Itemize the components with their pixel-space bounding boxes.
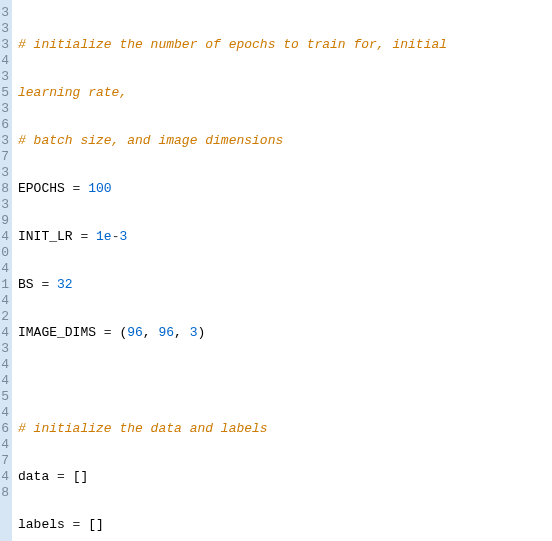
line-number: 9 [0,213,9,229]
token-comma: , [143,325,159,340]
line-number: 4 [0,469,9,485]
line-number: 0 [0,245,9,261]
line-number: 4 [0,405,9,421]
token-var: INIT_LR [18,229,80,244]
line-number: 4 [0,325,9,341]
line-number: 7 [0,149,9,165]
line-number: 7 [0,453,9,469]
line-number: 3 [0,197,9,213]
line-number: 2 [0,309,9,325]
token-paren: ) [198,325,206,340]
line-number: 4 [0,229,9,245]
line-number: 6 [0,117,9,133]
line-number: 3 [0,5,9,21]
line-number: 4 [0,373,9,389]
code-line: EPOCHS = 100 [18,181,548,197]
code-line: INIT_LR = 1e-3 [18,229,548,245]
token-var: EPOCHS [18,181,73,196]
line-number: 3 [0,133,9,149]
line-number: 1 [0,277,9,293]
code-line: IMAGE_DIMS = (96, 96, 3) [18,325,548,341]
line-number: 4 [0,261,9,277]
token-num: 1e [88,229,111,244]
token-var: data [18,469,57,484]
code-line: labels = [] [18,517,548,533]
comment: # initialize the number of epochs to tra… [18,37,447,52]
token-num: 3 [190,325,198,340]
token-var: labels [18,517,73,532]
line-number: 3 [0,101,9,117]
line-number: 5 [0,85,9,101]
comment: learning rate, [18,85,127,100]
line-number: 5 [0,389,9,405]
line-number: 8 [0,181,9,197]
line-number: 3 [0,165,9,181]
code-line [18,373,548,389]
code-area[interactable]: # initialize the number of epochs to tra… [12,0,552,541]
token-num: 96 [158,325,174,340]
line-number: 3 [0,37,9,53]
token-paren: ( [112,325,128,340]
line-number: 4 [0,53,9,69]
token-var: IMAGE_DIMS [18,325,104,340]
token-op: = [104,325,112,340]
line-number: 3 [0,69,9,85]
comment: # batch size, and image dimensions [18,133,283,148]
code-line: data = [] [18,469,548,485]
token-num: 96 [127,325,143,340]
code-line: BS = 32 [18,277,548,293]
token-bracket: [] [65,469,88,484]
comment: # initialize the data and labels [18,421,268,436]
token-num: 100 [80,181,111,196]
code-line: # initialize the data and labels [18,421,548,437]
line-number: 3 [0,21,9,37]
token-op: = [57,469,65,484]
code-line: learning rate, [18,85,548,101]
line-number: 4 [0,357,9,373]
line-number-gutter: 3 3 3 4 3 5 3 6 3 7 3 8 3 9 4 0 4 1 4 2 … [0,0,12,541]
line-number: 6 [0,421,9,437]
line-number: 4 [0,437,9,453]
token-comma: , [174,325,190,340]
code-line: # batch size, and image dimensions [18,133,548,149]
code-editor: 3 3 3 4 3 5 3 6 3 7 3 8 3 9 4 0 4 1 4 2 … [0,0,552,541]
line-number: 4 [0,293,9,309]
line-number: 3 [0,341,9,357]
token-bracket: [] [80,517,103,532]
token-var: BS [18,277,41,292]
code-line: # initialize the number of epochs to tra… [18,37,548,53]
line-number: 8 [0,485,9,501]
token-num: 32 [49,277,72,292]
token-num: 3 [119,229,127,244]
